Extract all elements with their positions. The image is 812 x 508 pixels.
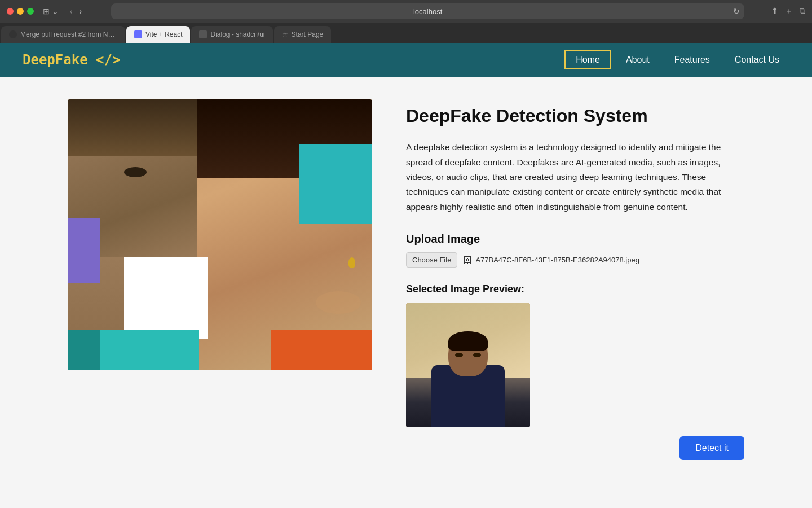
address-bar[interactable]: localhost ↻ (111, 3, 744, 19)
right-panel: DeepFake Detection System A deepfake det… (406, 99, 744, 460)
brand-logo: DeepFake </> (23, 52, 120, 68)
nav-home[interactable]: Home (564, 50, 611, 69)
nav-contact[interactable]: Contact Us (725, 51, 789, 68)
tab-startpage-label: Start Page (292, 30, 324, 38)
dialog-icon (199, 30, 207, 38)
tabs-icon[interactable]: ⧉ (800, 6, 805, 16)
github-icon (9, 30, 17, 38)
tab-dialog-label: Dialog - shadcn/ui (210, 30, 264, 38)
main-content: DeepFake Detection System A deepfake det… (0, 77, 812, 483)
tab-dialog[interactable]: Dialog - shadcn/ui (191, 26, 272, 43)
close-button[interactable] (7, 8, 14, 15)
file-name-text: A77BA47C-8F6B-43F1-875B-E36282A94078.jpe… (475, 256, 639, 264)
teal-top-right-block (299, 144, 372, 224)
tab-github-label: Merge pull request #2 from Nandini80/Om … (20, 30, 117, 38)
website-content: DeepFake </> Home About Features Contact… (0, 43, 812, 508)
minimize-button[interactable] (17, 8, 24, 15)
white-center-block (124, 257, 208, 339)
browser-window: ⊞ ⌄ ‹ › localhost ↻ ⬆ ＋ ⧉ Merge pull req… (0, 0, 812, 508)
maximize-button[interactable] (27, 8, 34, 15)
preview-image-inner (406, 303, 530, 427)
nav-features[interactable]: Features (664, 51, 720, 68)
browser-tabs: Merge pull request #2 from Nandini80/Om … (0, 23, 812, 43)
file-input-row: Choose File 🖼 A77BA47C-8F6B-43F1-875B-E3… (406, 252, 744, 268)
tab-github[interactable]: Merge pull request #2 from Nandini80/Om … (1, 26, 125, 43)
hero-image-collage (68, 99, 372, 370)
preview-title: Selected Image Preview: (406, 283, 744, 295)
file-name-display: 🖼 A77BA47C-8F6B-43F1-875B-E36282A94078.j… (463, 255, 639, 265)
face-mosaic (68, 99, 372, 370)
url-text: localhost (413, 7, 442, 16)
browser-titlebar: ⊞ ⌄ ‹ › localhost ↻ ⬆ ＋ ⧉ (0, 0, 812, 23)
tab-vite-label: Vite + React (145, 30, 182, 38)
detect-button-container: Detect it (406, 436, 744, 460)
browser-actions: ⬆ ＋ ⧉ (771, 6, 805, 16)
tab-startpage[interactable]: ☆ Start Page (274, 26, 332, 43)
detect-button[interactable]: Detect it (679, 436, 744, 460)
orange-bottom-right-block (271, 330, 372, 370)
teal-bottom-left-block (68, 330, 100, 370)
share-icon[interactable]: ⬆ (771, 6, 778, 16)
person-figure (423, 320, 513, 427)
person-head (448, 331, 488, 376)
forward-button[interactable]: › (77, 6, 85, 17)
nav-about[interactable]: About (616, 51, 660, 68)
tab-vite[interactable]: Vite + React (126, 26, 190, 43)
purple-accent-block (68, 218, 100, 283)
navbar: DeepFake </> Home About Features Contact… (0, 43, 812, 77)
vite-icon (134, 30, 142, 38)
sidebar-toggle-icon[interactable]: ⊞ ⌄ (43, 7, 59, 16)
new-tab-icon[interactable]: ＋ (785, 6, 793, 16)
back-button[interactable]: ‹ (68, 6, 75, 17)
nav-arrows: ‹ › (68, 6, 84, 17)
upload-title: Upload Image (406, 233, 744, 246)
collage-background (68, 99, 372, 370)
nav-links: Home About Features Contact Us (564, 50, 789, 69)
reload-button[interactable]: ↻ (733, 7, 740, 16)
star-icon: ☆ (282, 30, 288, 38)
teal-bottom-center-block (100, 330, 199, 370)
choose-file-button[interactable]: Choose File (406, 252, 457, 268)
window-controls (7, 8, 34, 15)
description-text: A deepfake detection system is a technol… (406, 140, 744, 214)
file-icon: 🖼 (463, 255, 472, 265)
preview-image (406, 303, 530, 427)
page-title: DeepFake Detection System (406, 105, 744, 126)
